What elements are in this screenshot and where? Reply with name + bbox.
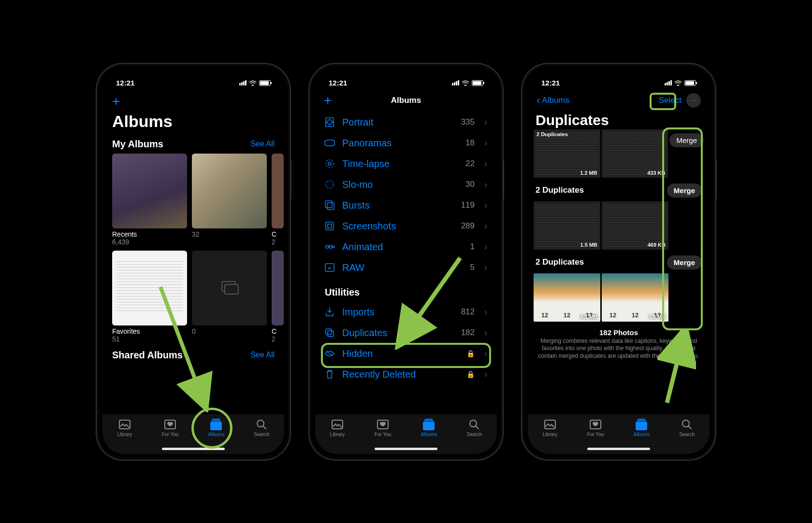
select-button[interactable]: Select [659, 96, 682, 105]
svg-rect-15 [327, 203, 334, 210]
row-recently-deleted[interactable]: Recently Deleted 🔒 › [315, 364, 497, 385]
chevron-right-icon: › [484, 242, 487, 252]
row-hidden[interactable]: Hidden 🔒 › [315, 343, 497, 364]
album-item[interactable]: 32 [192, 154, 267, 246]
page-title: Duplicates [528, 112, 710, 131]
search-icon [256, 418, 267, 431]
svg-rect-16 [326, 222, 334, 230]
tab-library[interactable]: Library [117, 418, 132, 454]
screenshot-icon [324, 221, 335, 231]
battery-icon [684, 80, 696, 86]
row-imports[interactable]: Imports 812 › [315, 302, 497, 323]
home-indicator[interactable] [162, 448, 225, 450]
hidden-icon [324, 350, 335, 357]
svg-rect-40 [636, 422, 647, 430]
svg-rect-4 [119, 420, 130, 429]
animated-icon [324, 241, 335, 252]
duplicate-photo[interactable]: 469 KB [602, 201, 668, 250]
svg-rect-7 [211, 420, 221, 421]
home-indicator[interactable] [375, 448, 437, 450]
tab-search[interactable]: Search [467, 418, 482, 454]
albums-icon [422, 418, 435, 431]
raw-icon: R [324, 263, 335, 272]
svg-rect-38 [638, 419, 645, 420]
more-button[interactable]: ··· [686, 93, 701, 108]
svg-point-11 [326, 160, 334, 168]
svg-rect-36 [545, 420, 555, 429]
my-albums-header: My Albums [112, 139, 163, 150]
lock-icon: 🔒 [466, 370, 475, 378]
tab-library[interactable]: Library [330, 418, 345, 454]
add-button[interactable]: + [112, 94, 120, 109]
see-all-button[interactable]: See All [250, 351, 275, 359]
chevron-right-icon: › [484, 328, 487, 338]
tab-search[interactable]: Search [680, 418, 695, 454]
status-time: 12:21 [329, 79, 347, 87]
chevron-right-icon: › [484, 180, 487, 190]
merge-description: Merging combines relevant data like capt… [528, 338, 710, 367]
lock-icon: 🔒 [466, 350, 475, 357]
row-portrait[interactable]: Portrait 335 › [315, 112, 497, 133]
albums-icon [209, 418, 223, 431]
battery-icon [259, 80, 271, 86]
chevron-right-icon: › [484, 263, 487, 273]
album-recents[interactable]: Recents 6,439 [112, 154, 187, 246]
svg-line-33 [476, 426, 478, 429]
row-bursts[interactable]: Bursts 119 › [315, 195, 497, 216]
status-time: 12:21 [541, 79, 560, 87]
row-timelapse[interactable]: Time-lapse 22 › [315, 154, 497, 174]
duplicate-photo[interactable]: 121212 7.9 MB [602, 273, 668, 322]
phone-2: 12:21 + Albums Portrait 335 › Panoramas … [309, 64, 503, 460]
svg-rect-27 [332, 420, 343, 429]
merge-button[interactable]: Merge [669, 133, 704, 147]
for-you-icon [377, 418, 389, 431]
tab-library[interactable]: Library [543, 418, 558, 454]
svg-rect-23 [326, 329, 332, 335]
merge-button[interactable]: Merge [667, 255, 702, 269]
chevron-right-icon: › [484, 117, 487, 127]
add-button[interactable]: + [324, 93, 332, 108]
row-panoramas[interactable]: Panoramas 18 › [315, 133, 497, 154]
photo-count: 182 Photos [528, 322, 710, 338]
album-favorites[interactable]: ♡ Favorites 51 [112, 251, 187, 343]
home-indicator[interactable] [587, 448, 650, 450]
chevron-right-icon: › [484, 349, 487, 359]
svg-rect-30 [424, 420, 434, 421]
heart-icon: ♡ [115, 313, 122, 323]
row-slomo[interactable]: Slo-mo 30 › [315, 174, 497, 195]
row-duplicates[interactable]: Duplicates 182 › [315, 323, 497, 343]
trash-icon [324, 369, 335, 380]
tab-search[interactable]: Search [254, 418, 270, 454]
svg-rect-39 [637, 420, 646, 421]
slomo-icon [324, 179, 335, 190]
for-you-icon [164, 418, 176, 431]
svg-rect-6 [212, 419, 220, 420]
signal-icon [665, 80, 672, 85]
svg-rect-31 [423, 422, 435, 430]
chevron-right-icon: › [484, 369, 487, 380]
see-all-button[interactable]: See All [250, 140, 275, 148]
portrait-icon [324, 117, 335, 127]
duplicate-photo[interactable]: 433 KB [602, 129, 668, 178]
library-icon [331, 418, 344, 431]
row-animated[interactable]: Animated 1 › [315, 237, 497, 257]
svg-rect-14 [325, 201, 332, 208]
nav-title: Albums [391, 96, 421, 105]
album-item-peek[interactable]: C 2 [272, 154, 284, 246]
row-screenshots[interactable]: Screenshots 289 › [315, 216, 497, 237]
chevron-right-icon: › [484, 221, 487, 231]
dup-group-title: 2 Duplicates [536, 185, 584, 195]
wifi-icon [462, 80, 469, 86]
duplicate-photo[interactable]: 2 Duplicates 1.2 MB [534, 129, 600, 178]
chevron-right-icon: › [484, 307, 487, 317]
svg-rect-24 [328, 331, 334, 337]
back-button[interactable]: ‹ Albums [536, 94, 569, 107]
album-item-peek[interactable]: C 2 [272, 251, 284, 343]
row-raw[interactable]: R RAW 5 › [315, 257, 497, 278]
chevron-right-icon: › [484, 159, 487, 169]
merge-button[interactable]: Merge [667, 184, 702, 198]
chevron-left-icon: ‹ [536, 94, 540, 107]
album-item[interactable]: 0 [192, 251, 267, 343]
duplicate-photo[interactable]: 1.5 MB [534, 201, 600, 250]
duplicate-photo[interactable]: 121212 4.1 MB [534, 273, 600, 322]
